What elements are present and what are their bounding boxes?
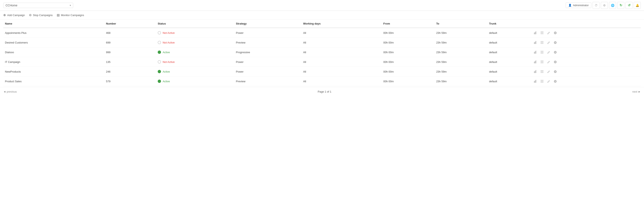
cell-number: 699 xyxy=(104,38,156,47)
cell-number: 246 xyxy=(104,67,156,76)
cell-number: 579 xyxy=(104,76,156,86)
stats-icon[interactable] xyxy=(533,40,538,45)
delete-icon[interactable] xyxy=(552,50,558,55)
stats-icon[interactable] xyxy=(533,30,538,36)
col-name: Name xyxy=(3,20,104,28)
list-icon[interactable] xyxy=(539,50,545,55)
cell-from: 00h 00m xyxy=(382,28,434,38)
cell-working-days: All xyxy=(302,76,382,86)
gear-icon: ⚙ xyxy=(603,4,606,7)
cell-strategy: Preview xyxy=(234,76,302,86)
header-left: CCHome ▾ xyxy=(3,3,566,8)
svg-rect-22 xyxy=(540,62,544,62)
edit-icon[interactable] xyxy=(546,69,551,74)
delete-icon[interactable] xyxy=(552,69,558,74)
cell-from: 00h 00m xyxy=(382,57,434,67)
cell-strategy: Power xyxy=(234,28,302,38)
monitor-campaigns-label: Monitor Campaigns xyxy=(61,14,84,17)
edit-icon[interactable] xyxy=(546,50,551,55)
cell-working-days: All xyxy=(302,28,382,38)
delete-icon[interactable] xyxy=(552,79,558,84)
cell-number: 468 xyxy=(104,28,156,38)
svg-rect-34 xyxy=(540,81,544,81)
svg-rect-25 xyxy=(535,71,536,73)
next-link[interactable]: next ► xyxy=(632,90,641,93)
svg-rect-8 xyxy=(536,41,536,44)
table-row: IT Campaign 135 Not Active Power All 00h… xyxy=(3,57,641,67)
svg-rect-11 xyxy=(540,43,544,44)
cell-name: Product Sales xyxy=(3,76,104,86)
clock-button[interactable]: ⏱ xyxy=(592,2,600,9)
refresh1-icon: ↻ xyxy=(620,3,622,7)
status-toggle[interactable] xyxy=(158,70,161,73)
svg-rect-18 xyxy=(534,62,534,63)
svg-rect-32 xyxy=(536,80,536,83)
delete-icon[interactable] xyxy=(552,30,558,36)
edit-icon[interactable] xyxy=(546,40,551,45)
stats-icon[interactable] xyxy=(533,50,538,55)
status-toggle[interactable] xyxy=(158,51,161,54)
cell-working-days: All xyxy=(302,67,382,76)
cell-name: Dialooo xyxy=(3,47,104,57)
stats-icon[interactable] xyxy=(533,59,538,65)
status-toggle[interactable] xyxy=(158,41,161,44)
stats-icon[interactable] xyxy=(533,69,538,74)
settings-globe-button[interactable]: ⚙ xyxy=(601,2,608,9)
campaigns-table-container: Name Number Status Strategy Working days… xyxy=(0,20,644,86)
admin-button[interactable]: 👤 Administrator xyxy=(566,3,591,8)
refresh2-button[interactable]: ↺ xyxy=(626,2,632,9)
col-to: To xyxy=(434,20,487,28)
cell-trunk: default xyxy=(488,28,531,38)
cell-status: Not Active xyxy=(156,38,234,47)
refresh1-button[interactable]: ↻ xyxy=(617,2,624,9)
svg-rect-2 xyxy=(536,31,536,34)
svg-rect-29 xyxy=(540,72,544,73)
status-toggle[interactable] xyxy=(158,80,161,83)
bell-button[interactable]: 🔔 xyxy=(634,2,641,9)
add-icon: ⊕ xyxy=(3,13,6,17)
cell-from: 00h 00m xyxy=(382,47,434,57)
svg-rect-1 xyxy=(535,32,536,34)
stop-campaigns-button[interactable]: ⊖ Stop Campaigns xyxy=(29,13,53,17)
svg-rect-24 xyxy=(534,71,534,73)
svg-rect-10 xyxy=(540,42,544,43)
list-icon[interactable] xyxy=(539,30,545,36)
list-icon[interactable] xyxy=(539,40,545,45)
edit-icon[interactable] xyxy=(546,30,551,36)
add-campaign-button[interactable]: ⊕ Add Campaign xyxy=(3,13,25,17)
cell-working-days: All xyxy=(302,57,382,67)
status-toggle[interactable] xyxy=(158,31,161,34)
col-trunk: Trunk xyxy=(488,20,531,28)
table-row: Dialooo 999 Active Progressive All 00h 0… xyxy=(3,47,641,57)
previous-link[interactable]: ◄ previous xyxy=(3,90,17,93)
table-row: Desired Customers 699 Not Active Preview… xyxy=(3,38,641,47)
svg-rect-14 xyxy=(536,51,536,54)
monitor-campaigns-button[interactable]: ▤ Monitor Campaigns xyxy=(57,13,84,17)
table-row: Appoinments Plus 468 Not Active Power Al… xyxy=(3,28,641,38)
list-icon[interactable] xyxy=(539,79,545,84)
cell-strategy: Preview xyxy=(234,38,302,47)
list-icon[interactable] xyxy=(539,69,545,74)
stats-icon[interactable] xyxy=(533,79,538,84)
add-campaign-label: Add Campaign xyxy=(7,14,25,17)
cell-actions xyxy=(531,47,641,57)
edit-icon[interactable] xyxy=(546,79,551,84)
col-strategy: Strategy xyxy=(234,20,302,28)
globe-button[interactable]: 🌐 xyxy=(609,2,616,9)
status-text: Active xyxy=(163,70,170,73)
refresh2-icon: ↺ xyxy=(628,3,630,7)
page-info: Page 1 of 1 xyxy=(318,90,332,93)
list-icon[interactable] xyxy=(539,59,545,65)
cell-actions xyxy=(531,57,641,67)
svg-rect-33 xyxy=(540,80,544,80)
cell-from: 00h 00m xyxy=(382,67,434,76)
app-selector[interactable]: CCHome ▾ xyxy=(3,3,73,8)
edit-icon[interactable] xyxy=(546,59,551,65)
stop-icon: ⊖ xyxy=(29,13,32,17)
status-toggle[interactable] xyxy=(158,60,161,63)
cell-to: 23h 59m xyxy=(434,28,487,38)
delete-icon[interactable] xyxy=(552,59,558,65)
status-text: Not Active xyxy=(163,31,175,34)
delete-icon[interactable] xyxy=(552,40,558,45)
svg-rect-31 xyxy=(535,80,536,83)
